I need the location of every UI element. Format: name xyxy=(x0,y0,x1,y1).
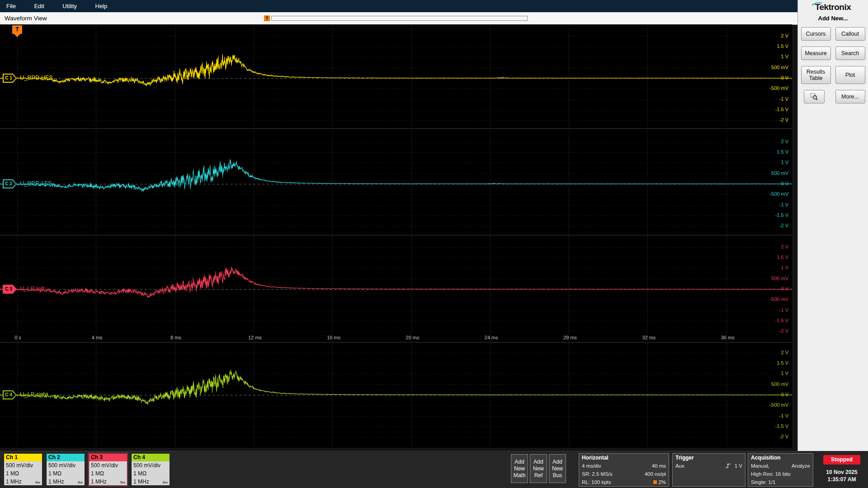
sample-rate: SR: 2.5 MS/s xyxy=(582,470,613,478)
plot-button[interactable]: Plot xyxy=(835,66,865,84)
v-axis-label-c2: 2 V xyxy=(747,139,788,144)
zoom-tool-button[interactable] xyxy=(804,90,825,103)
acquisition-single-row: Single: 1/1 xyxy=(748,478,813,486)
trigger-slope-icon xyxy=(725,463,731,469)
v-axis-label-c3: -500 mV xyxy=(747,296,788,302)
channel-settings-ch2[interactable]: Ch 2500 mV/div1 MΩ1 MHzBw xyxy=(46,453,85,486)
v-axis-label-c3: 1.5 V xyxy=(747,254,788,260)
waveform-canvas-c2[interactable] xyxy=(0,128,792,235)
channel-bandwidth-row-ch3: 1 MHzBw xyxy=(89,478,127,486)
trigger-level: 1 V xyxy=(735,462,742,470)
more-button[interactable]: More... xyxy=(835,90,865,103)
horizontal-panel[interactable]: Horizontal 4 ms/div 40 ms SR: 2.5 MS/s 4… xyxy=(579,453,669,487)
v-axis-label-c1: -1.5 V xyxy=(747,107,788,112)
waveform-view-header: Waveform View T xyxy=(0,12,797,25)
channel-bandwidth-row-ch4: 1 MHzBw xyxy=(132,478,170,486)
waveform-canvas-c3[interactable] xyxy=(0,235,792,342)
channel-scale-ch3: 500 mV/div xyxy=(89,461,127,469)
trigger-position-marker-icon xyxy=(653,480,657,484)
acquisition-panel-title: Acquisition xyxy=(748,454,813,462)
bandwidth-limit-icon-ch1: Bw xyxy=(35,479,40,486)
v-axis-label-c3: 0 V xyxy=(747,286,788,291)
trigger-level-group: 1 V xyxy=(723,462,742,470)
add-new-bus-line2: New xyxy=(549,465,566,472)
channel-bandwidth-ch4: 1 MHz xyxy=(133,478,149,486)
v-axis-label-c1: -1 V xyxy=(747,96,788,102)
waveform-view-title: Waveform View xyxy=(5,12,47,24)
trigger-panel[interactable]: Trigger Aux 1 V xyxy=(672,453,745,487)
channel-settings-ch1[interactable]: Ch 1500 mV/div1 MΩ1 MHzBw xyxy=(4,453,42,486)
waveform-plot-area[interactable]: ⠿ C 1U_BPP-HFS2 V1.5 V1 V500 mV0 V-500 m… xyxy=(0,24,792,448)
callout-button[interactable]: Callout xyxy=(835,27,865,41)
add-new-bus-line1: Add xyxy=(549,459,566,465)
channel-settings-ch3[interactable]: Ch 3500 mV/div1 MΩ1 MHzBw xyxy=(89,453,127,486)
v-axis-label-c3: 2 V xyxy=(747,244,788,249)
menu-edit[interactable]: Edit xyxy=(26,0,52,12)
channel-scale-ch1: 500 mV/div xyxy=(4,461,42,469)
channel-impedance-ch3: 1 MΩ xyxy=(89,469,127,478)
v-axis-label-c2: 1 V xyxy=(747,160,788,165)
v-axis-label-c2: 1.5 V xyxy=(747,149,788,155)
acquisition-mode-row: Manual, Analyze xyxy=(748,462,813,470)
bottom-settings-bar: Ch 1500 mV/div1 MΩ1 MHzBwCh 2500 mV/div1… xyxy=(0,451,868,488)
oscilloscope-app: File Edit Utility Help Waveform View T ⠿… xyxy=(0,0,868,488)
time-axis-label: 32 ms xyxy=(642,335,656,340)
v-axis-label-c2: -1 V xyxy=(747,202,788,207)
v-axis-label-c3: -1.5 V xyxy=(747,318,788,323)
channel-trace-label-c2: U_BPP-LFS xyxy=(20,180,52,187)
channel-impedance-ch4: 1 MΩ xyxy=(132,469,170,478)
zoom-tool-icon xyxy=(810,93,818,101)
horizontal-position-bar[interactable] xyxy=(271,16,528,21)
menu-help[interactable]: Help xyxy=(87,0,116,12)
time-axis-label: 8 ms xyxy=(170,335,181,340)
trigger-panel-title: Trigger xyxy=(673,454,745,462)
results-table-button[interactable]: Results Table xyxy=(801,66,831,84)
v-axis-label-c3: 500 mV xyxy=(747,276,788,281)
horizontal-rl-row: RL: 100 kpts 2% xyxy=(579,478,669,486)
acquisition-panel[interactable]: Acquisition Manual, Analyze High Res: 16… xyxy=(748,453,813,487)
acquisition-res-row: High Res: 16 bits xyxy=(748,470,813,478)
acquisition-mode: Manual, xyxy=(751,462,769,470)
add-new-bus-button[interactable]: Add New Bus xyxy=(549,454,566,483)
v-axis-label-c4: 2 V xyxy=(747,350,788,355)
add-new-ref-button[interactable]: Add New Ref xyxy=(530,454,547,483)
cursors-button[interactable]: Cursors xyxy=(801,27,831,41)
channel-trace-label-c3: U_LP-left xyxy=(20,285,44,292)
channel-settings-header-ch3: Ch 3 xyxy=(89,454,127,461)
horizontal-position-indicator[interactable]: T xyxy=(264,15,528,21)
v-axis-label-c1: -500 mV xyxy=(747,85,788,91)
waveform-slice-c4: C 4U_LP-right2 V1.5 V1 V500 mV0 V-500 mV… xyxy=(0,342,792,448)
horizontal-position-value: 2% xyxy=(658,478,666,486)
v-axis-label-c2: -1.5 V xyxy=(747,212,788,218)
right-side-panel: Tektronix Add New... Cursors Callout Mea… xyxy=(797,0,868,451)
menu-utility[interactable]: Utility xyxy=(54,0,85,12)
logo-swoosh-icon xyxy=(811,1,822,6)
v-axis-label-c2: -2 V xyxy=(747,223,788,228)
channel-bandwidth-ch2: 1 MHz xyxy=(48,478,64,486)
channel-scale-ch4: 500 mV/div xyxy=(132,461,170,469)
horizontal-window: 40 ms xyxy=(652,462,666,470)
add-new-ref-line2: New xyxy=(530,465,547,472)
trigger-source: Aux xyxy=(675,462,684,470)
horizontal-panel-title: Horizontal xyxy=(579,454,669,462)
v-axis-label-c2: -500 mV xyxy=(747,191,788,197)
time-axis-label: 28 ms xyxy=(563,335,577,340)
sample-resolution: 400 ns/pt xyxy=(645,470,666,478)
waveform-canvas-c1[interactable] xyxy=(0,24,792,128)
waveform-canvas-c4[interactable] xyxy=(0,342,792,448)
v-axis-label-c1: 1.5 V xyxy=(747,43,788,49)
measure-button[interactable]: Measure xyxy=(801,47,831,60)
add-new-math-button[interactable]: Add New Math xyxy=(511,454,528,483)
run-stop-status-badge[interactable]: Stopped xyxy=(823,455,860,465)
channel-bandwidth-ch3: 1 MHz xyxy=(91,478,107,486)
search-button[interactable]: Search xyxy=(835,47,865,60)
menu-file[interactable]: File xyxy=(0,0,24,12)
v-axis-label-c4: -500 mV xyxy=(747,402,788,408)
channel-settings-header-ch2: Ch 2 xyxy=(47,454,85,461)
channel-settings-ch4[interactable]: Ch 4500 mV/div1 MΩ1 MHzBw xyxy=(131,453,170,486)
channel-bandwidth-ch1: 1 MHz xyxy=(6,478,22,486)
v-axis-label-c1: 1 V xyxy=(747,54,788,59)
v-axis-label-c3: -2 V xyxy=(747,328,788,333)
trigger-marker-flag[interactable]: T xyxy=(12,25,22,34)
time-axis-label: 20 ms xyxy=(406,335,420,340)
